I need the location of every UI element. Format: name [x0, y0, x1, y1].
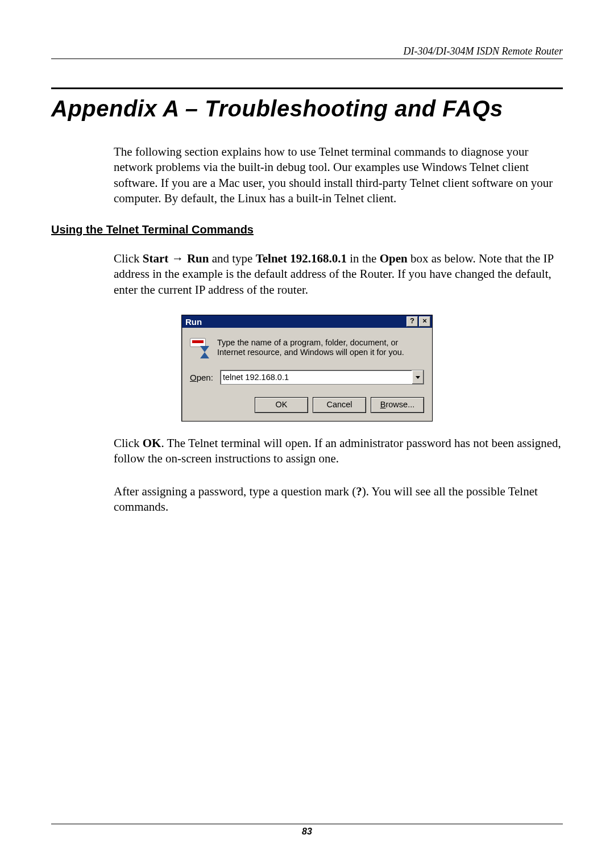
running-title: DI-304/DI-304M ISDN Remote Router — [51, 45, 563, 57]
page-footer: 83 — [51, 824, 563, 837]
open-row: Open: — [190, 370, 424, 385]
dialog-description: Type the name of a program, folder, docu… — [217, 338, 424, 358]
svg-marker-0 — [416, 376, 420, 379]
close-button[interactable]: × — [419, 316, 430, 327]
run-program-icon — [190, 338, 210, 358]
bold-ok: OK — [143, 436, 161, 450]
open-label-mnemonic: O — [190, 373, 197, 382]
arrow-icon: → — [168, 252, 187, 265]
dialog-title: Run — [184, 317, 406, 327]
instruction-paragraph-1: Click Start → Run and type Telnet 192.16… — [114, 251, 563, 298]
dialog-titlebar: Run ? × — [182, 315, 432, 328]
text: in the — [347, 252, 380, 265]
open-combobox[interactable] — [220, 370, 424, 385]
bold-open: Open — [380, 252, 408, 265]
browse-button[interactable]: Browse... — [371, 397, 424, 413]
open-input[interactable] — [221, 370, 412, 384]
dialog-body: Type the name of a program, folder, docu… — [182, 328, 432, 421]
browse-mnemonic: B — [380, 400, 386, 409]
page-header: DI-304/DI-304M ISDN Remote Router — [51, 45, 563, 59]
text: . The Telnet terminal will open. If an a… — [114, 436, 561, 465]
text: and type — [209, 252, 255, 265]
browse-rest: rowse... — [385, 400, 414, 409]
bold-telnet-cmd: Telnet 192.168.0.1 — [256, 252, 347, 265]
page: DI-304/DI-304M ISDN Remote Router Append… — [0, 0, 614, 868]
cancel-button[interactable]: Cancel — [313, 397, 366, 413]
bold-start: Start — [143, 252, 169, 265]
open-label: Open: — [190, 373, 213, 382]
text: After assigning a password, type a quest… — [114, 485, 356, 498]
ok-button[interactable]: OK — [255, 397, 308, 413]
chevron-down-icon — [416, 376, 420, 379]
instruction-paragraph-2: Click OK. The Telnet terminal will open.… — [114, 436, 563, 467]
titlebar-buttons: ? × — [406, 316, 430, 327]
open-label-rest: pen: — [197, 373, 213, 382]
text: Click — [114, 252, 143, 265]
appendix-title: Appendix A – Troubleshooting and FAQs — [51, 96, 563, 122]
dialog-top-row: Type the name of a program, folder, docu… — [190, 338, 424, 358]
instruction-paragraph-3: After assigning a password, type a quest… — [114, 484, 563, 515]
dropdown-button[interactable] — [412, 370, 424, 384]
run-dialog: Run ? × Type the name of a program, fold… — [181, 315, 433, 422]
section-heading: Using the Telnet Terminal Commands — [51, 223, 563, 236]
intro-paragraph: The following section explains how to us… — [114, 144, 563, 206]
page-number: 83 — [302, 827, 312, 836]
bold-run: Run — [187, 252, 209, 265]
dialog-button-row: OK Cancel Browse... — [190, 397, 424, 413]
text: Click — [114, 436, 143, 450]
bold-question-mark: ? — [356, 485, 362, 498]
title-region: Appendix A – Troubleshooting and FAQs — [51, 87, 563, 122]
help-button[interactable]: ? — [406, 316, 418, 327]
